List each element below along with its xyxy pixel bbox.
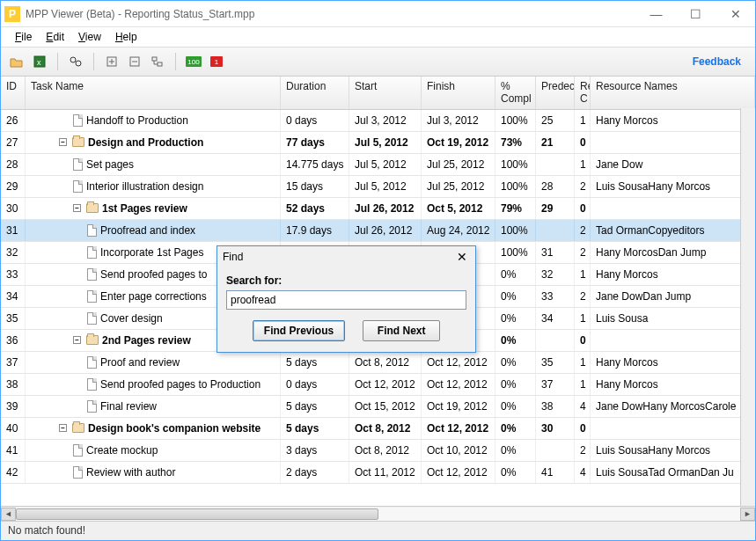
collapse-icon[interactable]: − [59,424,67,432]
cell-taskname[interactable]: Set pages [26,154,281,175]
col-header-finish[interactable]: Finish [422,77,495,109]
title-bar: P MPP Viewer (Beta) - Reporting Status_S… [1,1,755,27]
cell-resource-count: 1 [575,308,591,329]
cell-predecessors: 21 [536,132,575,153]
task-label: Send proofed pages to Production [100,378,261,391]
cell-resource-names: Jane Dow [591,154,755,175]
menu-help[interactable]: Help [108,29,144,45]
find-next-button[interactable]: Find Next [363,320,440,341]
cell-taskname[interactable]: Proofread and index [26,220,281,241]
cell-taskname[interactable]: Send proofed pages to Production [26,374,281,395]
maximize-button[interactable]: ☐ [676,1,716,27]
scroll-track[interactable] [16,508,740,521]
scroll-left-button[interactable]: ◄ [1,508,16,521]
col-header-id[interactable]: ID [1,77,26,109]
cell-duration: 5 days [281,418,349,439]
zoom-1-icon[interactable]: 1 [208,53,225,70]
table-row[interactable]: 26Handoff to Production0 daysJul 3, 2012… [1,110,755,132]
find-previous-button[interactable]: Find Previous [253,320,345,341]
table-row[interactable]: 39Final review5 daysOct 15, 2012Oct 19, … [1,396,755,418]
task-label: Create mockup [86,444,158,457]
zoom-100-icon[interactable]: 100 [185,53,202,70]
table-row[interactable]: 42Review with author2 daysOct 11, 2012Oc… [1,462,755,484]
table-row[interactable]: 37Proof and review5 daysOct 8, 2012Oct 1… [1,352,755,374]
cell-taskname[interactable]: Interior illustration design [26,176,281,197]
cell-finish: Aug 24, 2012 [422,220,495,241]
col-header-start[interactable]: Start [349,77,422,109]
cell-start: Oct 8, 2012 [349,352,422,373]
cell-resource-count: 1 [575,374,591,395]
dialog-close-icon[interactable]: ✕ [454,250,470,264]
table-row[interactable]: 28Set pages14.775 daysJul 5, 2012Jul 25,… [1,154,755,176]
cell-resource-names [591,418,755,439]
collapse-icon[interactable]: − [73,336,81,344]
cell-taskname[interactable]: Final review [26,396,281,417]
document-icon [87,356,97,369]
feedback-link[interactable]: Feedback [693,55,748,68]
task-label: Proof and review [100,356,180,369]
menu-edit[interactable]: Edit [39,29,71,45]
find-icon[interactable] [67,53,84,70]
table-row[interactable]: 31Proofread and index17.9 daysJul 26, 20… [1,220,755,242]
col-header-resources[interactable]: ReC [575,77,591,109]
scroll-right-button[interactable]: ► [740,508,755,521]
collapse-icon[interactable]: − [59,138,67,146]
search-input[interactable] [226,290,466,310]
cell-id: 35 [1,308,26,329]
document-icon [73,180,83,193]
dialog-title-bar[interactable]: Find ✕ [217,246,475,267]
col-header-percent-complete[interactable]: %Compl [495,77,536,109]
menu-file[interactable]: File [8,29,39,45]
cell-taskname[interactable]: Proof and review [26,352,281,373]
scroll-thumb[interactable] [16,508,378,520]
cell-predecessors: 29 [536,198,575,219]
cell-percent: 100% [495,154,536,175]
table-row[interactable]: 38Send proofed pages to Production0 days… [1,374,755,396]
table-row[interactable]: 29Interior illustration design15 daysJul… [1,176,755,198]
vertical-scrollbar[interactable] [740,108,755,506]
document-icon [87,290,97,303]
col-header-resource-names[interactable]: Resource Names [591,77,755,109]
minimize-button[interactable]: — [636,1,676,27]
window-title: MPP Viewer (Beta) - Reporting Status_Sta… [26,8,254,20]
cell-resource-count: 2 [575,242,591,263]
cell-predecessors [536,154,575,175]
collapse-icon[interactable]: − [73,204,81,212]
menu-view[interactable]: View [71,29,108,45]
table-row[interactable]: 41Create mockup3 daysOct 8, 2012Oct 10, … [1,440,755,462]
cell-resource-names: Jane DowDan Jump [591,286,755,307]
task-label: Handoff to Production [86,114,188,127]
task-label: Proofread and index [100,224,195,237]
cell-taskname[interactable]: Create mockup [26,440,281,461]
cell-finish: Oct 19, 2012 [422,132,495,153]
cell-taskname[interactable]: Handoff to Production [26,110,281,131]
horizontal-scrollbar[interactable]: ◄ ► [1,506,755,521]
cell-duration: 15 days [281,176,349,197]
collapse-all-icon[interactable] [126,53,143,70]
col-header-taskname[interactable]: Task Name [26,77,281,109]
col-header-predecessors[interactable]: Predec [536,77,575,109]
document-icon [87,400,97,413]
app-icon: P [4,6,20,22]
cell-taskname[interactable]: −Design book's companion website [26,418,281,439]
table-row[interactable]: 40−Design book's companion website5 days… [1,418,755,440]
cell-percent: 100% [495,220,536,241]
outline-icon[interactable] [149,53,166,70]
expand-all-icon[interactable] [103,53,121,70]
cell-resource-count: 1 [575,154,591,175]
cell-percent: 0% [495,264,536,285]
close-button[interactable]: ✕ [716,1,755,27]
cell-taskname[interactable]: −Design and Production [26,132,281,153]
cell-taskname[interactable]: Review with author [26,462,281,483]
cell-taskname[interactable]: −1st Pages review [26,198,281,219]
export-excel-icon[interactable]: x [31,53,48,70]
task-label: Enter page corrections [100,290,207,303]
col-header-duration[interactable]: Duration [281,77,349,109]
cell-resource-names: Hany Morcos [591,374,755,395]
table-row[interactable]: 27−Design and Production77 daysJul 5, 20… [1,132,755,154]
open-file-icon[interactable] [8,53,26,70]
task-label: Interior illustration design [86,180,203,193]
cell-id: 33 [1,264,26,285]
table-row[interactable]: 30−1st Pages review52 daysJul 26, 2012Oc… [1,198,755,220]
cell-resource-names [591,132,755,153]
